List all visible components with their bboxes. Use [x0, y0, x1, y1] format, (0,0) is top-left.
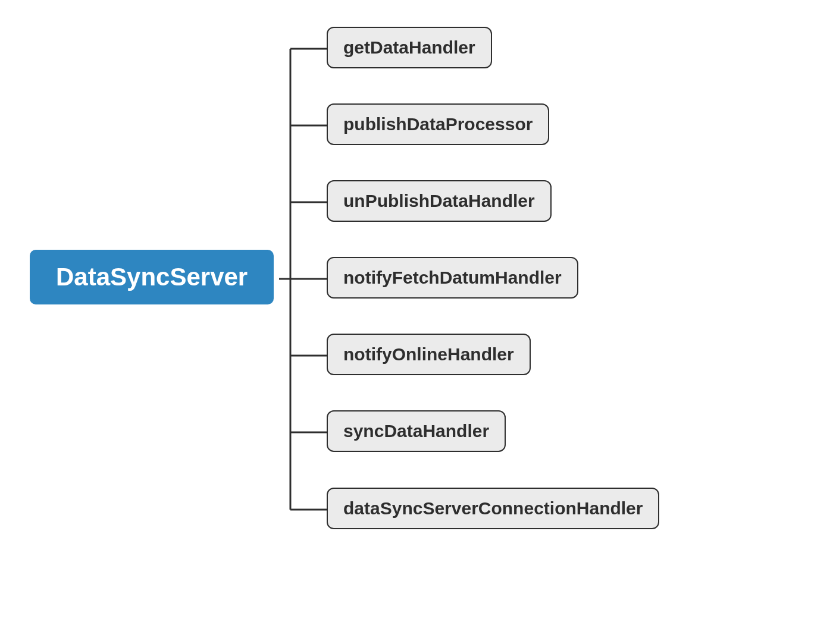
child-label: getDataHandler — [343, 37, 475, 58]
child-node-2: unPublishDataHandler — [327, 180, 552, 222]
child-node-4: notifyOnlineHandler — [327, 334, 531, 375]
child-node-1: publishDataProcessor — [327, 103, 549, 145]
child-node-3: notifyFetchDatumHandler — [327, 257, 578, 299]
child-label: unPublishDataHandler — [343, 191, 535, 211]
child-node-5: syncDataHandler — [327, 410, 506, 452]
child-label: notifyOnlineHandler — [343, 344, 514, 365]
child-label: notifyFetchDatumHandler — [343, 268, 562, 288]
root-node: DataSyncServer — [30, 250, 274, 304]
child-label: syncDataHandler — [343, 421, 489, 441]
root-label: DataSyncServer — [56, 263, 248, 291]
tree-diagram: DataSyncServer getDataHandler publishDat… — [0, 0, 833, 644]
child-node-6: dataSyncServerConnectionHandler — [327, 488, 659, 529]
connectors — [0, 0, 833, 644]
child-node-0: getDataHandler — [327, 27, 492, 68]
child-label: dataSyncServerConnectionHandler — [343, 498, 643, 519]
child-label: publishDataProcessor — [343, 114, 533, 134]
